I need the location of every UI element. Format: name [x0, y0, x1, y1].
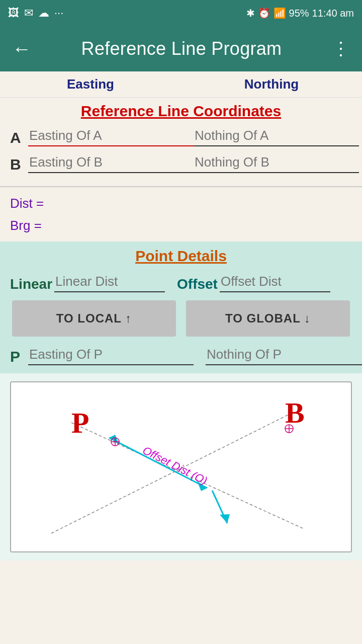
diagram-svg: P B Offset Dist (O) [11, 382, 352, 552]
linear-label: Linear [10, 276, 52, 292]
point-section-title: Point Details [10, 248, 352, 265]
northing-b-input[interactable] [194, 152, 359, 173]
reference-section-title: Reference Line Coordinates [10, 103, 352, 120]
linear-offset-row: Linear Offset [10, 272, 352, 292]
row-p: P [10, 345, 352, 365]
northing-a-input[interactable] [194, 126, 359, 146]
offset-dist-input[interactable] [220, 272, 330, 292]
dist-brg-section: Dist = Brg = [0, 187, 362, 242]
top-bar: ← Reference Line Program ⋮ [0, 26, 362, 71]
diagram-section: P B Offset Dist (O) [0, 373, 362, 560]
alarm-icon: ⏰ [258, 7, 270, 19]
photo-icon: 🖼 [8, 7, 19, 20]
wifi-icon: 📶 [274, 7, 286, 19]
cloud-icon: ☁ [38, 7, 49, 20]
dist-text: Dist = [10, 192, 352, 214]
status-bar: 🖼 ✉ ☁ ··· ✱ ⏰ 📶 95% 11:40 am [0, 0, 362, 26]
battery-text: 95% [289, 8, 309, 19]
to-local-button[interactable]: TO LOCAL ↑ [12, 300, 176, 337]
easting-b-input[interactable] [28, 152, 194, 173]
northing-p-input[interactable] [206, 345, 362, 365]
row-a-label: A [10, 129, 24, 146]
easting-column-header: Easting [0, 76, 181, 92]
reference-section: Reference Line Coordinates A B [0, 98, 362, 187]
easting-p-input[interactable] [28, 345, 194, 365]
linear-dist-input[interactable] [54, 272, 165, 292]
northing-column-header: Northing [181, 76, 362, 92]
row-a: A [10, 126, 352, 146]
brg-text: Brg = [10, 214, 352, 236]
diagram-box: P B Offset Dist (O) [10, 381, 352, 552]
row-b-label: B [10, 156, 24, 173]
back-button[interactable]: ← [12, 38, 31, 60]
diagram-b-label: B [285, 396, 305, 429]
bluetooth-icon: ✱ [246, 7, 255, 19]
mail-icon: ✉ [24, 7, 33, 20]
time-text: 11:40 am [312, 8, 354, 19]
column-headers: Easting Northing [0, 71, 362, 98]
to-global-button[interactable]: TO GLOBAL ↓ [186, 300, 350, 337]
menu-button[interactable]: ⋮ [332, 38, 350, 59]
row-b: B [10, 152, 352, 173]
page-title: Reference Line Program [81, 38, 282, 59]
buttons-row: TO LOCAL ↑ TO GLOBAL ↓ [10, 300, 352, 337]
easting-a-input[interactable] [28, 126, 194, 146]
point-section: Point Details Linear Offset TO LOCAL ↑ T… [0, 242, 362, 373]
offset-label: Offset [177, 276, 218, 292]
diagram-p-label: P [71, 407, 89, 439]
row-p-label: P [10, 348, 24, 365]
more-icon: ··· [54, 7, 63, 20]
status-left-icons: 🖼 ✉ ☁ ··· [8, 7, 63, 20]
status-right-icons: ✱ ⏰ 📶 95% 11:40 am [246, 7, 354, 19]
